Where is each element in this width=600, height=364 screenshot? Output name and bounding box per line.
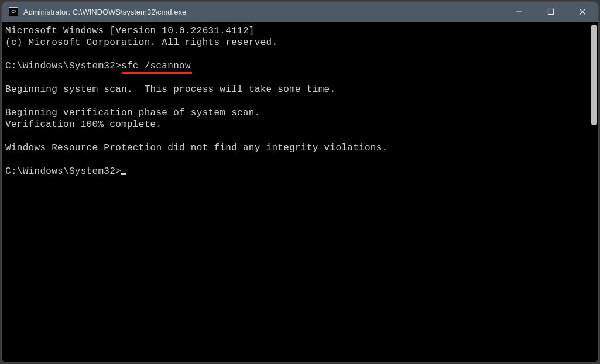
maximize-icon	[547, 8, 554, 15]
output-line: Beginning verification phase of system s…	[5, 108, 260, 118]
close-icon	[579, 8, 586, 15]
minimize-icon	[516, 8, 523, 15]
entered-command: sfc /scannow	[121, 61, 191, 71]
vertical-scrollbar[interactable]	[589, 22, 598, 362]
terminal-output[interactable]: Microsoft Windows [Version 10.0.22631.41…	[2, 22, 589, 362]
terminal-area: Microsoft Windows [Version 10.0.22631.41…	[2, 22, 598, 362]
maximize-button[interactable]	[535, 2, 567, 22]
cmd-window: C:\ Administrator: C:\WINDOWS\system32\c…	[2, 2, 598, 362]
cmd-icon: C:\	[9, 7, 18, 16]
prompt-path: C:\Windows\System32>	[5, 61, 121, 71]
banner-line: (c) Microsoft Corporation. All rights re…	[5, 37, 277, 48]
minimize-button[interactable]	[503, 2, 535, 22]
annotation-underline	[122, 72, 192, 74]
output-line: Beginning system scan. This process will…	[5, 84, 335, 95]
scrollbar-thumb[interactable]	[591, 25, 597, 125]
cursor-icon	[121, 173, 126, 175]
close-button[interactable]	[567, 2, 598, 22]
window-title: Administrator: C:\WINDOWS\system32\cmd.e…	[23, 8, 186, 16]
titlebar[interactable]: C:\ Administrator: C:\WINDOWS\system32\c…	[2, 2, 598, 22]
output-line: Windows Resource Protection did not find…	[5, 143, 388, 153]
output-line: Verification 100% complete.	[5, 119, 162, 130]
banner-line: Microsoft Windows [Version 10.0.22631.41…	[5, 26, 255, 36]
svg-rect-1	[548, 9, 554, 15]
prompt-path: C:\Windows\System32>	[5, 166, 121, 177]
